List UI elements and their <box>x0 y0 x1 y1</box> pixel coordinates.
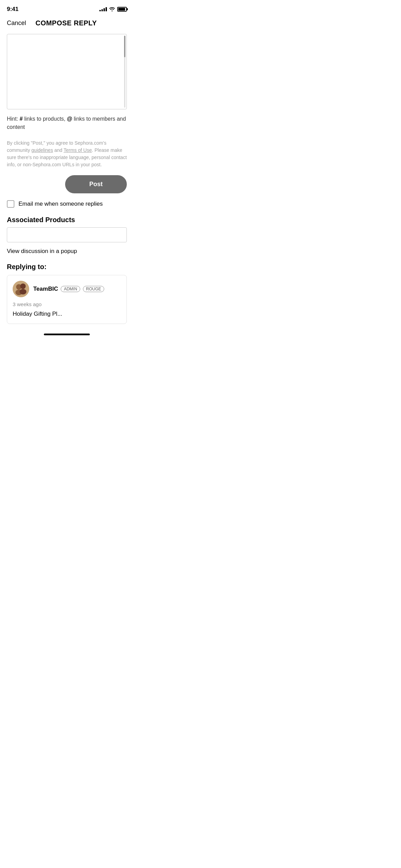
terms-link[interactable]: Terms of Use <box>64 147 92 153</box>
post-button[interactable]: Post <box>65 175 127 193</box>
reply-textarea[interactable] <box>7 34 126 109</box>
main-content: Hint: # links to products, @ links to me… <box>0 34 134 324</box>
associated-products-input[interactable] <box>7 227 127 242</box>
email-checkbox[interactable] <box>7 200 14 208</box>
hint-text: Hint: # links to products, @ links to me… <box>7 115 127 131</box>
guidelines-link[interactable]: guidelines <box>32 147 53 153</box>
signal-bars-icon <box>99 7 107 11</box>
view-discussion-link[interactable]: View discussion in a popup <box>7 248 127 255</box>
email-checkbox-label: Email me when someone replies <box>19 201 103 207</box>
battery-icon <box>117 7 127 12</box>
home-indicator <box>0 331 134 337</box>
svg-point-4 <box>20 289 26 294</box>
cancel-button[interactable]: Cancel <box>7 20 26 27</box>
wifi-icon <box>109 7 115 12</box>
disclaimer: By clicking "Post," you agree to Sephora… <box>7 140 127 168</box>
scrollbar-track[interactable] <box>124 36 125 108</box>
avatar <box>13 281 29 297</box>
timestamp: 3 weeks ago <box>13 301 121 307</box>
admin-badge: ADMIN <box>61 286 80 292</box>
hint-text1: links to products, <box>24 116 67 122</box>
status-icons <box>99 7 127 12</box>
reply-textarea-container <box>7 34 127 109</box>
replying-to-label: Replying to: <box>7 263 127 271</box>
hint-at-symbol: @ <box>67 116 72 122</box>
scrollbar-thumb <box>124 36 125 57</box>
email-checkbox-row: Email me when someone replies <box>7 200 127 208</box>
post-button-container: Post <box>7 175 127 193</box>
user-info: TeamBIC ADMIN ROUGE <box>33 286 104 292</box>
page-title: COMPOSE REPLY <box>35 19 97 27</box>
reply-preview-text: Holiday Gifting Pl... <box>13 310 121 318</box>
svg-point-3 <box>20 284 26 289</box>
associated-products-title: Associated Products <box>7 216 127 224</box>
reply-card: TeamBIC ADMIN ROUGE 3 weeks ago Holiday … <box>7 275 127 324</box>
hint-hash-symbol: # <box>20 116 23 122</box>
svg-point-0 <box>13 281 29 297</box>
disclaimer-and: and <box>53 147 64 153</box>
nav-bar: Cancel COMPOSE REPLY <box>0 16 134 31</box>
reply-card-header: TeamBIC ADMIN ROUGE <box>13 281 121 297</box>
home-indicator-bar <box>44 334 90 335</box>
status-bar: 9:41 <box>0 0 134 16</box>
username: TeamBIC <box>33 286 58 292</box>
rouge-badge: ROUGE <box>83 286 104 292</box>
hint-prefix: Hint: <box>7 116 18 122</box>
status-time: 9:41 <box>7 6 19 13</box>
